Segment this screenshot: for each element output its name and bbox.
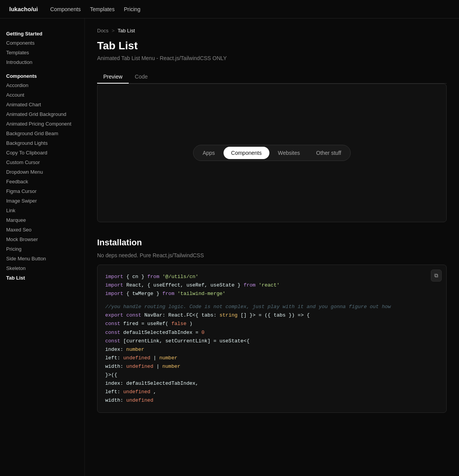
code-line-left-val: left: undefined , [105, 388, 439, 396]
demo-tab-other[interactable]: Other stuff [308, 147, 349, 159]
code-line-width-val: width: undefined [105, 396, 439, 405]
sidebar-item-image-swiper[interactable]: Image Swiper [0, 196, 84, 206]
sidebar-item-bg-grid-beam[interactable]: Background Grid Beam [0, 129, 84, 138]
breadcrumb: Docs > Tab List [97, 28, 447, 34]
sidebar-item-feedback[interactable]: Feedback [0, 177, 84, 186]
code-block: ⧉ import { cn } from '@/utils/cn' import… [97, 265, 447, 413]
sidebar-item-animated-pricing[interactable]: Animated Pricing Component [0, 119, 84, 129]
sidebar-item-components-gs[interactable]: Components [0, 38, 84, 48]
sidebar-section-title-getting-started: Getting Started [0, 28, 84, 38]
sidebar-item-animated-grid-bg[interactable]: Animated Grid Background [0, 109, 84, 119]
sidebar-item-templates-gs[interactable]: Templates [0, 48, 84, 57]
sidebar-item-accordion[interactable]: Accordion [0, 80, 84, 90]
sidebar-section-components: Components Accordion Account Animated Ch… [0, 70, 84, 283]
sidebar-item-figma-cursor[interactable]: Figma Cursor [0, 186, 84, 196]
sidebar-section-getting-started: Getting Started Components Templates Int… [0, 28, 84, 67]
sidebar-item-marquee[interactable]: Marquee [0, 215, 84, 225]
sidebar: Getting Started Components Templates Int… [0, 18, 85, 476]
code-line-state: const [currentLink, setCurrentLink] = us… [105, 337, 439, 345]
code-line-index-val: index: defaultSelectedTabIndex, [105, 379, 439, 388]
nav-link-components[interactable]: Components [50, 6, 81, 12]
code-line-2: import React, { useEffect, useRef, useSt… [105, 281, 439, 290]
breadcrumb-separator: > [112, 28, 115, 34]
sidebar-item-tab-list[interactable]: Tab List [0, 273, 84, 283]
preview-area: Apps Components Websites Other stuff [97, 84, 447, 222]
page-layout: Getting Started Components Templates Int… [0, 18, 459, 476]
code-line-3: import { twMerge } from 'tailwind-merge' [105, 290, 439, 298]
page-subtitle: Animated Tab List Menu - React.js/Tailwi… [97, 55, 447, 61]
content-tab-bar: Preview Code [97, 70, 447, 84]
code-line-fired: const fired = useRef( false ) [105, 320, 439, 328]
sidebar-item-copy-clipboard[interactable]: Copy To Clipboard [0, 148, 84, 158]
sidebar-item-skeleton[interactable]: Skeleton [0, 263, 84, 273]
page-title: Tab List [97, 40, 447, 52]
sidebar-item-introduction[interactable]: Introduction [0, 57, 84, 67]
demo-tab-apps[interactable]: Apps [195, 147, 223, 159]
sidebar-item-account[interactable]: Account [0, 90, 84, 100]
nav-link-templates[interactable]: Templates [90, 6, 115, 12]
sidebar-item-custom-cursor[interactable]: Custom Cursor [0, 158, 84, 167]
demo-tab-components[interactable]: Components [224, 147, 269, 159]
tab-code[interactable]: Code [129, 70, 154, 84]
code-line-export: export const NavBar: React.FC<{ tabs: st… [105, 311, 439, 320]
code-str: '@/utils/cn' [162, 274, 198, 280]
sidebar-item-bg-lights[interactable]: Background Lights [0, 138, 84, 148]
code-kw: from [147, 274, 159, 280]
installation-title: Installation [97, 238, 447, 248]
code-line-close-type: }>({ [105, 371, 439, 379]
sidebar-item-animated-chart[interactable]: Animated Chart [0, 100, 84, 109]
copy-button[interactable]: ⧉ [431, 270, 442, 282]
tab-list-demo-widget: Apps Components Websites Other stuff [193, 145, 351, 161]
breadcrumb-docs-link[interactable]: Docs [97, 28, 109, 34]
sidebar-item-maxed-seo[interactable]: Maxed Seo [0, 225, 84, 235]
breadcrumb-current: Tab List [118, 28, 135, 34]
sidebar-section-title-components: Components [0, 70, 84, 80]
code-line-1: import { cn } from '@/utils/cn' [105, 273, 439, 281]
no-deps-note: No deps needed. Pure React.js/TailwindCS… [97, 252, 447, 258]
code-line-width: width: undefined | number [105, 362, 439, 371]
sidebar-item-dropdown-menu[interactable]: Dropdown Menu [0, 167, 84, 177]
tab-preview[interactable]: Preview [97, 70, 129, 84]
code-var: { cn } [126, 274, 148, 280]
brand-logo[interactable]: lukacho/ui [9, 6, 38, 12]
code-line-index: index: number [105, 345, 439, 354]
demo-tab-websites[interactable]: Websites [270, 147, 308, 159]
topnav-links: Components Templates Pricing [50, 6, 140, 12]
code-line-left: left: undefined | number [105, 354, 439, 362]
code-line-default: const defaultSelectedTabIndex = 0 [105, 329, 439, 337]
sidebar-item-side-menu-button[interactable]: Side Menu Button [0, 254, 84, 263]
code-line-comment: //you handle routing logic. Code is not … [105, 303, 439, 311]
nav-link-pricing[interactable]: Pricing [124, 6, 140, 12]
code-kw: import [105, 274, 123, 280]
main-content: Docs > Tab List Tab List Animated Tab Li… [85, 18, 459, 476]
sidebar-item-mock-browser[interactable]: Mock Browser [0, 235, 84, 244]
sidebar-item-pricing[interactable]: Pricing [0, 244, 84, 254]
sidebar-item-link[interactable]: Link [0, 206, 84, 215]
top-navigation: lukacho/ui Components Templates Pricing [0, 0, 459, 18]
